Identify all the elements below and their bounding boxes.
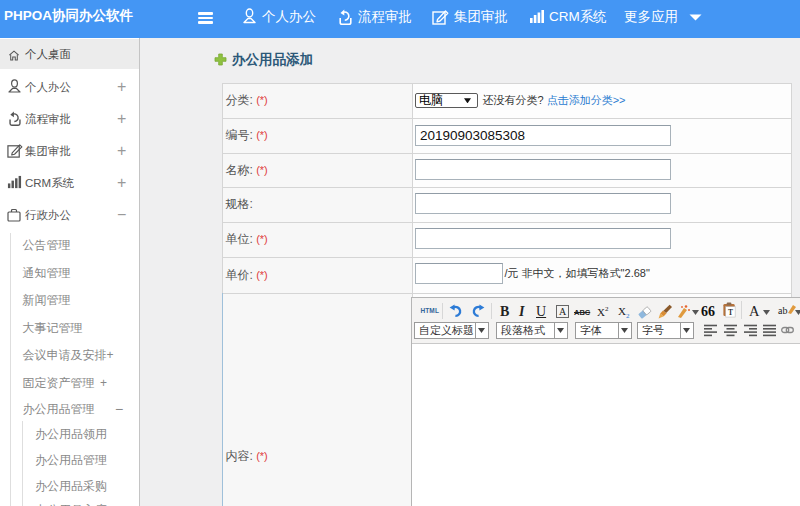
svg-text:T: T xyxy=(728,307,733,316)
